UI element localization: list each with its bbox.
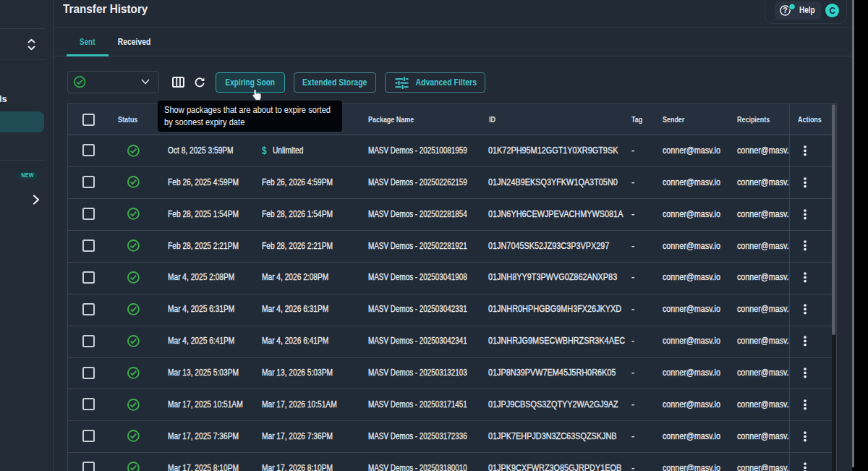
svg-text:?: ? bbox=[783, 6, 787, 14]
